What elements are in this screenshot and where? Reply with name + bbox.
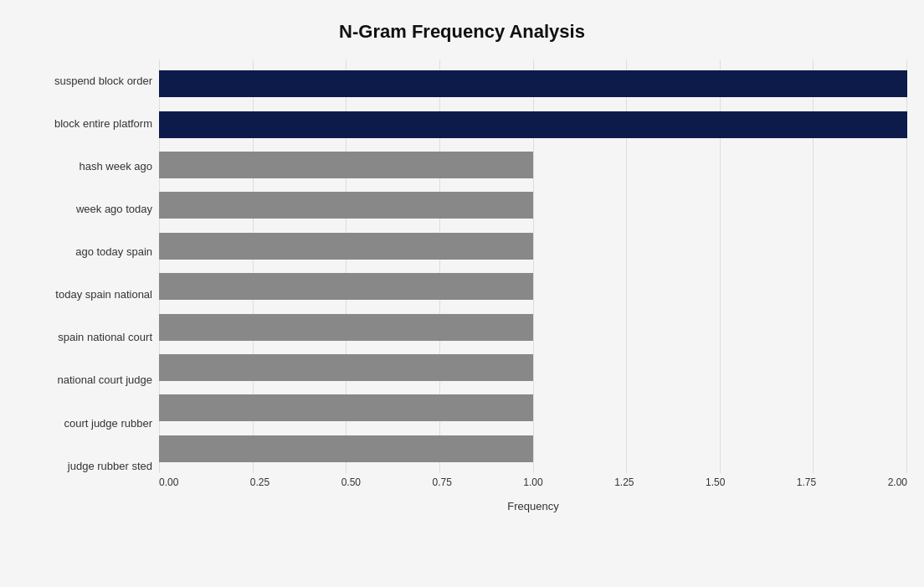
bars-container <box>159 59 907 473</box>
y-axis-label: spain national court <box>58 331 152 344</box>
y-axis-label: suspend block order <box>54 75 152 88</box>
x-tick: 0.75 <box>432 476 451 488</box>
chart-container: N-Gram Frequency Analysis suspend block … <box>0 0 924 587</box>
bar-row <box>159 429 907 469</box>
chart-area: suspend block orderblock entire platform… <box>17 59 907 512</box>
y-axis-label: week ago today <box>76 203 152 216</box>
bar-row <box>159 185 907 225</box>
y-axis-labels: suspend block orderblock entire platform… <box>17 59 159 512</box>
y-axis-label: national court judge <box>58 373 152 387</box>
y-axis-label: block entire platform <box>54 117 152 131</box>
x-tick: 1.00 <box>523 476 542 488</box>
bar <box>159 354 533 381</box>
x-tick: 1.50 <box>706 476 725 488</box>
y-axis-label: hash week ago <box>80 160 152 173</box>
bar <box>159 70 907 97</box>
chart-title: N-Gram Frequency Analysis <box>17 21 907 43</box>
grid-and-bars: 0.000.250.500.751.001.251.501.752.00 <box>159 59 907 498</box>
bar-row <box>159 64 907 104</box>
bar <box>159 314 533 341</box>
x-tick: 1.25 <box>614 476 634 488</box>
x-tick: 0.50 <box>341 476 361 488</box>
bar-row <box>159 104 907 144</box>
x-axis: 0.000.250.500.751.001.251.501.752.00 <box>159 473 907 498</box>
bar <box>159 435 533 462</box>
bar <box>159 111 907 138</box>
bar <box>159 394 533 421</box>
bars-and-grid: 0.000.250.500.751.001.251.501.752.00 Fre… <box>159 59 907 512</box>
x-axis-label: Frequency <box>159 500 907 512</box>
y-axis-label: today spain national <box>55 288 152 301</box>
bar <box>159 233 533 260</box>
y-axis-label: court judge rubber <box>64 417 152 430</box>
bar-row <box>159 306 907 347</box>
x-tick: 2.00 <box>888 476 907 488</box>
bar-row <box>159 226 907 266</box>
bar <box>159 273 533 300</box>
y-axis-label: ago today spain <box>75 245 152 259</box>
x-tick: 0.25 <box>250 476 270 488</box>
bar <box>159 152 533 178</box>
bar <box>159 192 533 219</box>
y-axis-label: judge rubber sted <box>68 460 152 473</box>
bar-row <box>159 348 907 388</box>
bar-row <box>159 266 907 306</box>
bar-row <box>159 145 907 185</box>
x-tick: 0.00 <box>159 476 178 488</box>
bar-row <box>159 388 907 428</box>
x-tick: 1.75 <box>797 476 816 488</box>
